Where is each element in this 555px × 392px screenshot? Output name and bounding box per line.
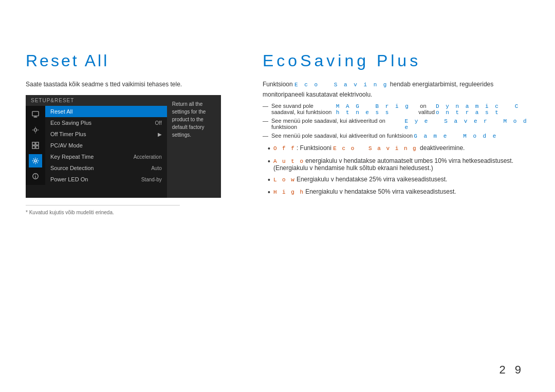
info-icon	[32, 173, 39, 180]
right-section: EcoSaving Plus Funktsioon E c o S a v i …	[252, 21, 529, 371]
osd-tooltip: Return all the settings for the product …	[167, 95, 221, 198]
osd-item-source-detection[interactable]: Source Detection Auto	[45, 162, 167, 174]
page-number: 2 9	[499, 363, 524, 377]
osd-icon-settings[interactable]	[29, 154, 42, 167]
osd-menu-inner: Reset All Eco Saving Plus Off Off Timer …	[26, 106, 167, 185]
osd-header: SETUP&RESET	[26, 95, 167, 106]
bullet-text-low: L o wEnergiakulu v hendatakse 25% virra …	[273, 176, 448, 183]
osd-item-label: Off Timer Plus	[50, 131, 156, 137]
svg-rect-11	[36, 146, 39, 148]
right-title: EcoSaving Plus	[263, 51, 529, 70]
note-text-2: See menüü pole saadaval, kui aktiveeritu…	[271, 118, 403, 130]
osd-item-label: Key Repeat Time	[50, 154, 134, 160]
osd-sidebar	[26, 106, 45, 185]
bullet-item-auto: A u t oenergiakulu v hendatakse automaat…	[268, 157, 529, 172]
osd-item-label: Eco Saving Plus	[50, 120, 155, 126]
note-line-1: — See suvand pole saadaval, kui funktsio…	[263, 103, 529, 116]
note-highlight-1: M A G B r i g h t n e s s	[336, 103, 417, 116]
left-description: Saate taastada kõik seadme s tted vaikim…	[26, 81, 237, 88]
bullet-label-low: L o w	[273, 177, 295, 183]
osd-item-label: Source Detection	[50, 165, 151, 171]
note-line-3: — See menüü pole saadaval, kui aktiveeri…	[263, 133, 529, 139]
svg-rect-8	[32, 142, 35, 145]
osd-icon-layout[interactable]	[29, 139, 42, 152]
osd-icon-info[interactable]	[29, 170, 42, 183]
bullet-item-low: L o wEnergiakulu v hendatakse 25% virra …	[268, 176, 529, 184]
osd-item-key-repeat[interactable]: Key Repeat Time Acceleration	[45, 151, 167, 162]
bullet-label-high: H i g h	[273, 189, 304, 195]
bullet-label-auto: A u t o	[273, 158, 304, 164]
eco-saving-highlight: E c o S a v i n g	[294, 82, 388, 88]
osd-menu-wrapper: SETUP&RESET	[26, 95, 221, 198]
osd-icon-monitor[interactable]	[29, 108, 42, 121]
osd-item-reset-all[interactable]: Reset All	[45, 106, 167, 117]
osd-item-label: Reset All	[50, 108, 162, 115]
note-text-1b: on valitud	[418, 103, 435, 115]
osd-item-label: Power LED On	[50, 176, 141, 182]
osd-item-label: PC/AV Mode	[50, 142, 162, 148]
svg-rect-1	[34, 117, 36, 117]
eco-saving-ref: E c o S a v i n g	[333, 145, 417, 152]
left-footnote: * Kuvatud kujutis võib mudeliti erineda.	[26, 205, 180, 215]
svg-rect-0	[32, 111, 39, 116]
note-highlight-3: G a m e M o d e	[414, 133, 497, 139]
svg-point-3	[34, 128, 36, 131]
right-intro: Funktsioon E c o S a v i n g hendab ener…	[263, 80, 529, 100]
svg-rect-2	[34, 117, 38, 118]
osd-menu: SETUP&RESET	[26, 95, 167, 198]
bullet-text-high: H i g hEnergiakulu v hendatakse 50% virr…	[273, 188, 456, 195]
osd-item-value: Acceleration	[134, 154, 162, 160]
osd-icon-brightness[interactable]	[29, 123, 42, 137]
note-text-3: See menüü pole saadaval, kui aktiveeritu…	[271, 133, 413, 139]
osd-item-value: Off	[155, 120, 162, 126]
bullet-text-auto: A u t oenergiakulu v hendatakse automaat…	[273, 157, 513, 172]
left-section: Reset All Saate taastada kõik seadme s t…	[26, 21, 252, 371]
osd-item-value: Auto	[151, 165, 162, 171]
svg-point-15	[35, 175, 35, 175]
osd-item-eco-saving[interactable]: Eco Saving Plus Off	[45, 117, 167, 128]
bullet-label-off: O f f	[273, 145, 295, 152]
bullet-list: O f f: Funktsiooni E c o S a v i n g dea…	[268, 144, 529, 197]
osd-item-power-led[interactable]: Power LED On Stand-by	[45, 174, 167, 185]
bullet-item-high: H i g hEnergiakulu v hendatakse 50% virr…	[268, 188, 529, 197]
layout-icon	[32, 142, 39, 149]
bullet-item-off: O f f: Funktsiooni E c o S a v i n g dea…	[268, 144, 529, 153]
osd-item-value: Stand-by	[141, 177, 162, 182]
note-highlight-1b: D y n a m i c C o n t r a s t	[436, 103, 529, 116]
note-text-1: See suvand pole saadaval, kui funktsioon	[271, 103, 335, 115]
note-line-2: — See menüü pole saadaval, kui aktiveeri…	[263, 118, 529, 130]
monitor-icon	[32, 111, 39, 118]
left-title: Reset All	[26, 51, 237, 70]
brightness-icon	[32, 126, 39, 134]
osd-item-pc-av-mode[interactable]: PC/AV Mode	[45, 140, 167, 151]
bullet-text-off: O f f: Funktsiooni E c o S a v i n g dea…	[273, 144, 465, 152]
arrow-icon: ▶	[158, 132, 162, 137]
osd-items-list: Reset All Eco Saving Plus Off Off Timer …	[45, 106, 167, 185]
settings-icon	[32, 157, 39, 164]
svg-rect-10	[32, 146, 35, 148]
svg-rect-9	[36, 142, 39, 145]
osd-item-off-timer[interactable]: Off Timer Plus ▶	[45, 128, 167, 140]
tooltip-text: Return all the settings for the product …	[172, 101, 206, 138]
svg-point-12	[34, 160, 36, 162]
note-highlight-2: E y e S a v e r M o d e	[404, 118, 529, 130]
